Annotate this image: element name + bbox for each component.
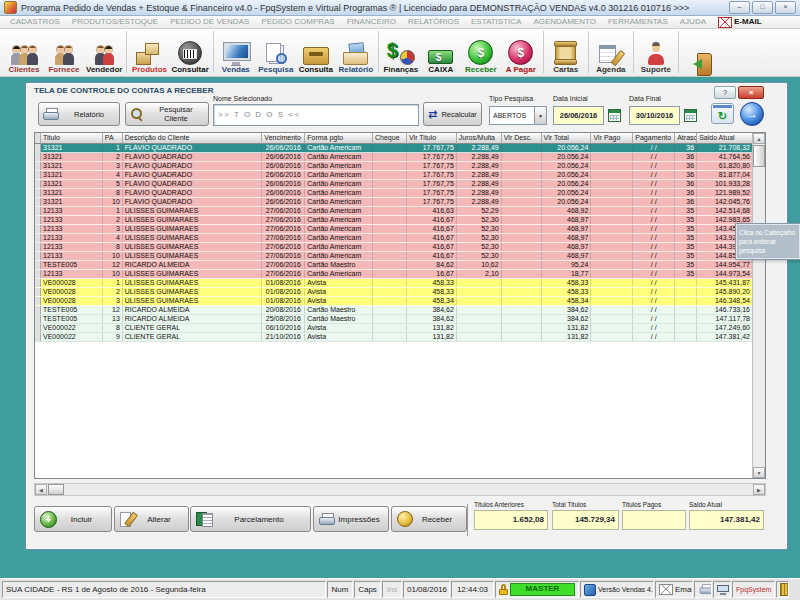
grid-row[interactable]: VE0000228CLIENTE GERAL06/10/2016Avista13… [35, 324, 753, 333]
column-header-saldo-atual[interactable]: Saldo Atual [697, 133, 753, 144]
column-header-vlr-titulo[interactable]: Vlr Titulo [407, 133, 457, 144]
menu-item-e-mail[interactable]: E-MAIL [712, 16, 768, 28]
toolbar-cartas[interactable]: Cartas [546, 30, 586, 76]
close-button[interactable]: × [775, 1, 796, 14]
grid-row[interactable]: 313215FLÁVIO QUADRADO26/06/2016Cartão Am… [35, 180, 753, 189]
column-header-forma-pgto[interactable]: Forma pgto [305, 133, 373, 144]
tipo-pesquisa-select[interactable]: ABERTOS ▼ [489, 106, 547, 125]
grid-row[interactable]: TESTE00513RICARDO ALMEIDA25/08/2016Cartã… [35, 315, 753, 324]
grid-row[interactable]: 313213FLÁVIO QUADRADO26/06/2016Cartão Am… [35, 162, 753, 171]
vertical-scrollbar[interactable]: ▲ ▼ [752, 133, 765, 478]
toolbar-relat-rio[interactable]: Relatório [336, 30, 376, 76]
grid-row[interactable]: VE0000283ULISSES GUIMARAES01/08/2016Avis… [35, 297, 753, 306]
data-final-input[interactable]: 30/10/2016 [629, 106, 680, 125]
recalcular-button[interactable]: ⇄ Recalcular [423, 102, 482, 126]
go-button[interactable]: → [740, 102, 764, 126]
scrollbar-thumb[interactable] [48, 484, 64, 495]
toolbar-vendedor[interactable]: Vendedor [84, 30, 124, 76]
column-header-pagamento[interactable]: Pagamento [633, 133, 675, 144]
menu-item-agendamento[interactable]: AGENDAMENTO [527, 16, 602, 28]
toolbar-pesquisa[interactable]: Pesquisa [256, 30, 296, 76]
panel-help-button[interactable]: ? [714, 86, 736, 99]
grid-row[interactable]: 121333ULISSES GUIMARAES27/06/2016Cartão … [35, 225, 753, 234]
menu-item-pedido-compras[interactable]: PEDIDO COMPRAS [255, 16, 340, 28]
horizontal-scrollbar[interactable]: ◀ ▶ [34, 483, 766, 496]
column-header-pa[interactable]: PA [103, 133, 123, 144]
column-header-vlr-pago[interactable]: Vlr Pago [591, 133, 633, 144]
toolbar-suporte[interactable]: Suporte [636, 30, 676, 76]
grid-row[interactable]: 313218FLÁVIO QUADRADO26/06/2016Cartão Am… [35, 189, 753, 198]
grid-cell: 17.767,75 [407, 144, 457, 152]
column-header-atraso[interactable]: Atraso [675, 133, 697, 144]
scroll-down-icon[interactable]: ▼ [753, 467, 765, 478]
toolbar-exit[interactable] [681, 30, 721, 76]
column-header-vencimento[interactable]: Vencimento [262, 133, 305, 144]
toolbar-consulta[interactable]: Consulta [296, 30, 336, 76]
menu-item-pedido-de-vendas[interactable]: PEDIDO DE VENDAS [164, 16, 255, 28]
grid-row[interactable]: 121334ULISSES GUIMARAES27/06/2016Cartão … [35, 234, 753, 243]
grid-row[interactable]: 121331ULISSES GUIMARAES27/06/2016Cartão … [35, 207, 753, 216]
toolbar-receber[interactable]: Receber [461, 30, 501, 76]
grid-row[interactable]: TESTE00512RICARDO ALMEIDA20/08/2016Cartã… [35, 306, 753, 315]
panel-close-button[interactable]: × [738, 86, 764, 99]
column-header-juros-multa[interactable]: Juros/Multa [457, 133, 502, 144]
scroll-left-icon[interactable]: ◀ [35, 484, 47, 495]
toolbar-fornece[interactable]: Fornece [44, 30, 84, 76]
grid-row[interactable]: 1213310ULISSES GUIMARAES27/06/2016Cartão… [35, 270, 753, 279]
toolbar-produtos[interactable]: Produtos [129, 30, 169, 76]
toolbar-item-label: Cartas [553, 65, 578, 75]
grid-row[interactable]: 313212FLÁVIO QUADRADO26/06/2016Cartão Am… [35, 153, 753, 162]
scroll-right-icon[interactable]: ▶ [753, 484, 765, 495]
column-header-vlr-total[interactable]: Vlr Total [542, 133, 592, 144]
maximize-button[interactable]: □ [752, 1, 773, 14]
scroll-up-icon[interactable]: ▲ [753, 133, 765, 144]
grid-cell [502, 225, 542, 233]
menu-item-financeiro[interactable]: FINANCEIRO [341, 16, 402, 28]
menu-item-produtos-estoque[interactable]: PRODUTOS/ESTOQUE [66, 16, 164, 28]
column-header-descri-o-do-cliente[interactable]: Descrição do Cliente [123, 133, 263, 144]
menu-item-relat-rios[interactable]: RELATÓRIOS [402, 16, 465, 28]
grid-row[interactable]: 121332ULISSES GUIMARAES27/06/2016Cartão … [35, 216, 753, 225]
toolbar-consultar[interactable]: Consultar [169, 30, 210, 76]
grid-row[interactable]: TESTE00512RICARDO ALMEIDA27/06/2016Cartã… [35, 261, 753, 270]
grid-row[interactable]: VE0000229CLIENTE GERAL21/10/2016Avista13… [35, 333, 753, 342]
column-header-cheque[interactable]: Cheque [373, 133, 407, 144]
grid-row[interactable]: 3132110FLÁVIO QUADRADO26/06/2016Cartão A… [35, 198, 753, 207]
grid-row[interactable]: 121338ULISSES GUIMARAES27/06/2016Cartão … [35, 243, 753, 252]
relatorio-button[interactable]: Relatório [38, 102, 120, 126]
grid-row[interactable]: 313211FLÁVIO QUADRADO26/06/2016Cartão Am… [35, 144, 753, 153]
grid-cell: 10 [103, 198, 123, 206]
toolbar-finan-as[interactable]: Finanças [381, 30, 421, 76]
grid-cell [675, 333, 697, 341]
toolbar-agenda[interactable]: Agenda [591, 30, 631, 76]
menu-item-ferramentas[interactable]: FERRAMENTAS [602, 16, 674, 28]
pesquisar-cliente-button[interactable]: Pesquisar Cliente [125, 102, 209, 126]
minimize-button[interactable]: – [729, 1, 750, 14]
chevron-down-icon[interactable]: ▼ [534, 107, 546, 124]
toolbar-vendas[interactable]: Vendas [216, 30, 256, 76]
grid-row[interactable]: 313214FLÁVIO QUADRADO26/06/2016Cartão Am… [35, 171, 753, 180]
data-inicial-input[interactable]: 26/06/2016 [553, 106, 604, 125]
calendar-icon[interactable] [608, 109, 621, 122]
nome-selecionado-input[interactable]: >> T O D O S << [213, 104, 419, 126]
calendar-icon[interactable] [684, 109, 697, 122]
grid-row[interactable]: VE0000281ULISSES GUIMARAES01/08/2016Avis… [35, 279, 753, 288]
column-header-vlr-desc[interactable]: Vlr Desc. [502, 133, 542, 144]
refresh-button[interactable]: ↻ [711, 103, 734, 124]
scrollbar-thumb[interactable] [753, 145, 765, 167]
menu-item-cadastros[interactable]: CADASTROS [4, 16, 66, 28]
grid-cell [591, 144, 633, 152]
menu-item-ajuda[interactable]: AJUDA [674, 16, 712, 28]
grid-row[interactable]: 1213310ULISSES GUIMARAES27/06/2016Cartão… [35, 252, 753, 261]
status-fpqsystem[interactable]: FpqSystem [732, 581, 775, 598]
column-header-titulo[interactable]: Titulo [41, 133, 103, 144]
toolbar-a-pagar[interactable]: A Pagar [501, 30, 541, 76]
toolbar-clientes[interactable]: Clientes [4, 30, 44, 76]
toolbar-caixa[interactable]: CAIXA [421, 30, 461, 76]
status-print[interactable] [694, 581, 712, 598]
menu-item-estatistica[interactable]: ESTATISTICA [465, 16, 527, 28]
status-email[interactable]: Email [655, 581, 693, 598]
status-monitor[interactable] [713, 581, 731, 598]
toolbar-separator [678, 31, 679, 73]
grid-row[interactable]: VE0000282ULISSES GUIMARAES01/08/2016Avis… [35, 288, 753, 297]
